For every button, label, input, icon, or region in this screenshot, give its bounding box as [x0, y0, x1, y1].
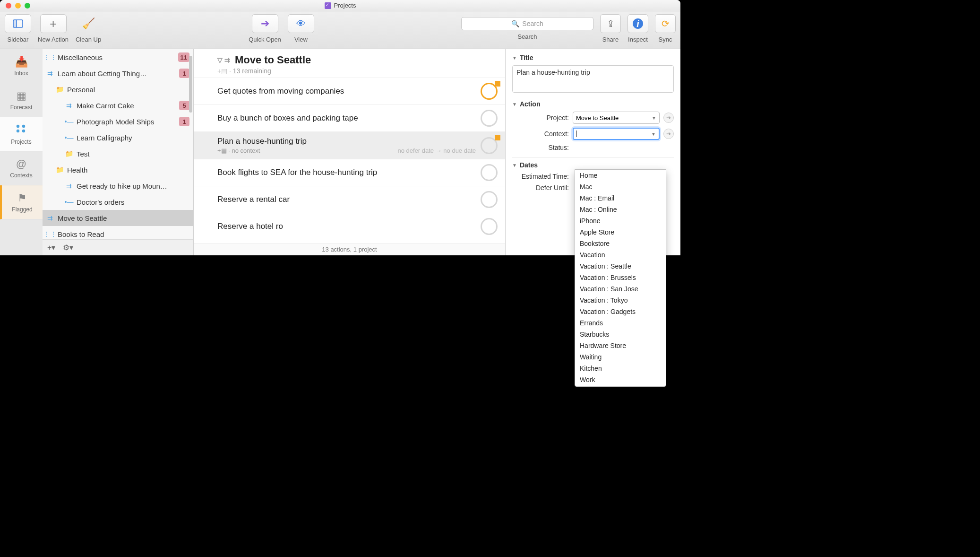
estimated-time-label: Estimated Time:: [512, 173, 569, 180]
sidebar-item[interactable]: ⋮⋮Books to Read: [43, 226, 193, 238]
perspective-forecast[interactable]: ▦ Forecast: [0, 83, 43, 117]
inspect-button[interactable]: i: [628, 14, 648, 33]
context-option[interactable]: Mac : Online: [575, 204, 666, 215]
context-option[interactable]: Vacation : Tokyo: [575, 295, 666, 306]
context-dropdown[interactable]: HomeMacMac : EmailMac : OnlineiPhoneAppl…: [575, 169, 666, 387]
task-row[interactable]: Get quotes from moving companies: [194, 78, 505, 105]
sidebar-icon: [13, 19, 23, 28]
context-option[interactable]: Vacation : San Jose: [575, 283, 666, 295]
sync-icon: ⟳: [662, 18, 670, 29]
perspective-contexts[interactable]: @ Contexts: [0, 151, 43, 185]
context-option[interactable]: Hardware Store: [575, 340, 666, 351]
outline-header: ▽ ⇉ Move to Seattle +▤ · 13 remaining: [194, 49, 505, 78]
inspector-title-header[interactable]: ▼Title: [512, 54, 674, 61]
eye-icon: 👁: [296, 18, 306, 29]
sidebar-item-label: Test: [77, 150, 189, 158]
sidebar-item[interactable]: ⇉Make Carrot Cake5: [43, 97, 193, 113]
task-row[interactable]: Reserve a hotel ro: [194, 213, 505, 240]
outline-subtitle: 13 remaining: [233, 67, 271, 75]
clean-up-button[interactable]: 🧹: [75, 14, 102, 33]
perspective-forecast-label: Forecast: [10, 104, 33, 111]
sidebar-item[interactable]: •—Photograph Model Ships1: [43, 113, 193, 130]
sidebar-item-label: Move to Seattle: [58, 214, 189, 222]
share-button[interactable]: ⇪: [600, 14, 621, 33]
context-option[interactable]: Errands: [575, 317, 666, 329]
context-option[interactable]: Waiting: [575, 351, 666, 363]
perspective-inbox-label: Inbox: [14, 70, 28, 77]
broom-icon: 🧹: [82, 17, 95, 30]
context-option[interactable]: Vacation : Brussels: [575, 272, 666, 283]
perspective-rail: 📥 Inbox ▦ Forecast Projects @ Contexts ⚑…: [0, 49, 43, 255]
context-option[interactable]: Mac : Email: [575, 192, 666, 204]
task-row[interactable]: Reserve a rental car: [194, 186, 505, 213]
toggle-sidebar-button[interactable]: [5, 14, 31, 33]
sidebar-item[interactable]: •—Learn Calligraphy: [43, 130, 193, 146]
sidebar-item[interactable]: ⋮⋮Miscellaneous11: [43, 49, 193, 65]
status-circle[interactable]: [481, 191, 498, 208]
task-row[interactable]: Buy a bunch of boxes and packing tape: [194, 105, 505, 132]
new-action-button[interactable]: +: [40, 14, 67, 33]
sidebar-item[interactable]: 📁Test: [43, 146, 193, 162]
perspective-flagged[interactable]: ⚑ Flagged: [0, 185, 43, 219]
sidebar-item-label: Learn about Getting Thing…: [58, 70, 179, 78]
sidebar-item-label: Doctor's orders: [77, 198, 189, 206]
context-option[interactable]: TV: [575, 385, 666, 387]
search-input[interactable]: 🔍 Search: [461, 17, 593, 30]
context-label: Context:: [512, 130, 569, 138]
context-option[interactable]: iPhone: [575, 215, 666, 226]
sidebar-footer: +▾ ⚙▾: [43, 239, 193, 255]
sync-button[interactable]: ⟳: [655, 14, 676, 33]
title-field[interactable]: [512, 65, 674, 93]
context-option[interactable]: Vacation : Seattle: [575, 261, 666, 272]
forecast-icon: ▦: [17, 90, 26, 102]
view-button[interactable]: 👁: [288, 14, 314, 33]
task-row[interactable]: Plan a house-hunting trip+▤ · no context…: [194, 132, 505, 159]
outline-footer: 13 actions, 1 project: [194, 243, 505, 255]
gear-button[interactable]: ⚙▾: [63, 243, 73, 252]
context-option[interactable]: Bookstore: [575, 238, 666, 249]
context-option[interactable]: Work: [575, 374, 666, 385]
context-option[interactable]: Kitchen: [575, 363, 666, 374]
task-row[interactable]: Book flights to SEA for the house-huntin…: [194, 159, 505, 186]
project-combo[interactable]: Move to Seattle▼: [573, 112, 660, 124]
perspective-projects[interactable]: Projects: [0, 117, 43, 151]
sidebar-item[interactable]: •—Doctor's orders: [43, 194, 193, 210]
context-option[interactable]: Vacation : Gadgets: [575, 306, 666, 317]
scrollbar[interactable]: [189, 56, 192, 113]
sidebar-item[interactable]: 📁Health: [43, 162, 193, 178]
context-option[interactable]: Apple Store: [575, 226, 666, 238]
context-combo[interactable]: ▼: [573, 128, 660, 140]
context-option[interactable]: Mac: [575, 181, 666, 192]
count-badge: 5: [179, 101, 189, 110]
sidebar-item[interactable]: 📁Personal: [43, 81, 193, 97]
task-title: Reserve a hotel ro: [217, 222, 476, 231]
context-option[interactable]: Vacation: [575, 249, 666, 261]
outline-view: ▽ ⇉ Move to Seattle +▤ · 13 remaining Ge…: [194, 49, 506, 255]
inspector-dates-header[interactable]: ▼Dates: [512, 161, 674, 169]
sidebar-item-label: Health: [67, 166, 189, 174]
seq-icon: ⇉: [45, 214, 55, 222]
search-label: Search: [517, 33, 537, 40]
sidebar-item[interactable]: ⇉Get ready to hike up Moun…: [43, 178, 193, 194]
status-circle[interactable]: [481, 218, 498, 235]
sidebar-item[interactable]: ⇉Move to Seattle: [43, 210, 193, 226]
task-title: Get quotes from moving companies: [217, 87, 476, 96]
task-title: Reserve a rental car: [217, 195, 476, 204]
quick-open-button[interactable]: ➔: [252, 14, 278, 33]
context-option[interactable]: Starbucks: [575, 329, 666, 340]
status-circle[interactable]: [481, 110, 498, 127]
count-badge: 1: [179, 69, 189, 78]
folder-icon: 📁: [55, 86, 64, 93]
inspector-action-header[interactable]: ▼Action: [512, 100, 674, 108]
go-to-context-button[interactable]: ➔: [663, 129, 674, 139]
context-option[interactable]: Home: [575, 170, 666, 181]
defer-until-label: Defer Until:: [512, 184, 569, 191]
go-to-project-button[interactable]: ➔: [663, 113, 674, 123]
status-circle[interactable]: [481, 164, 498, 181]
toolbar: Sidebar + New Action 🧹 Clean Up ➔ Quick …: [0, 11, 680, 49]
seq-icon: ⇉: [45, 70, 55, 77]
add-button[interactable]: +▾: [47, 243, 55, 252]
sidebar-item[interactable]: ⇉Learn about Getting Thing…1: [43, 65, 193, 81]
svg-point-5: [17, 129, 19, 132]
perspective-inbox[interactable]: 📥 Inbox: [0, 49, 43, 83]
